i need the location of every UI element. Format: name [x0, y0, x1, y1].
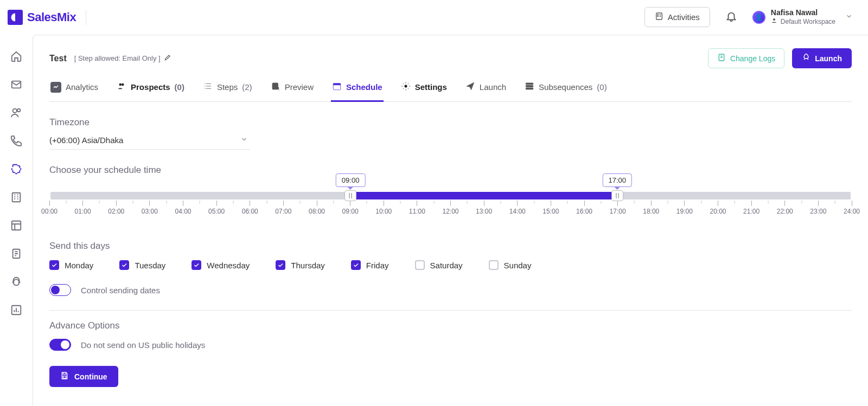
steps-icon	[203, 81, 213, 93]
days-row: MondayTuesdayWednesdayThursdayFridaySatu…	[49, 260, 852, 270]
day-sunday[interactable]: Sunday	[489, 260, 532, 270]
user-menu[interactable]: Nafisa Nawal Default Workspace	[752, 8, 857, 25]
activities-button[interactable]: Activities	[644, 7, 710, 27]
topbar: SalesMix Activities Nafisa Nawal Default…	[0, 0, 868, 35]
svg-point-14	[122, 83, 124, 86]
tick-label: 21:00	[743, 208, 760, 215]
brand-mark-icon	[8, 10, 23, 25]
tabs: Analytics Prospects (0) Steps (2) Previe…	[49, 78, 852, 102]
tick-label: 05:00	[208, 208, 225, 215]
tab-subsequences[interactable]: Subsequences (0)	[524, 78, 608, 102]
nav-companies[interactable]	[10, 191, 23, 204]
page-header: Test [ Step allowed: Email Only ] Change…	[49, 48, 852, 68]
day-monday[interactable]: Monday	[49, 260, 93, 270]
checkbox[interactable]	[49, 260, 59, 270]
day-wednesday[interactable]: Wednesday	[192, 260, 250, 270]
checkbox[interactable]	[415, 260, 425, 270]
slider-end-handle[interactable]	[611, 190, 623, 201]
timezone-select[interactable]: (+06:00) Asia/Dhaka	[49, 130, 250, 150]
tick-label: 07:00	[275, 208, 291, 215]
tick-label: 23:00	[810, 208, 826, 215]
slider-start-handle[interactable]	[344, 190, 356, 201]
checkbox[interactable]	[489, 260, 499, 270]
tab-schedule[interactable]: Schedule	[331, 78, 384, 102]
launch-button[interactable]: Launch	[792, 48, 852, 68]
svg-point-6	[17, 109, 21, 112]
slider-track[interactable]: 09:00 17:00	[50, 192, 851, 199]
tab-analytics[interactable]: Analytics	[49, 78, 99, 102]
control-dates-row: Control sending dates	[49, 284, 852, 296]
day-label: Friday	[366, 261, 389, 270]
day-label: Tuesday	[135, 261, 165, 270]
continue-button[interactable]: Continue	[49, 366, 118, 387]
advance-heading: Advance Options	[49, 320, 852, 331]
checkbox[interactable]	[119, 260, 129, 270]
nav-calls[interactable]	[10, 134, 23, 147]
control-dates-toggle[interactable]	[49, 284, 71, 296]
holiday-label: Do not send on US public holidays	[81, 340, 205, 350]
tick-label: 00:00	[41, 208, 58, 215]
tick-label: 16:00	[576, 208, 592, 215]
nav-home[interactable]	[10, 50, 23, 63]
tab-preview[interactable]: Preview	[270, 78, 315, 102]
tab-launch[interactable]: Launch	[464, 78, 507, 102]
chevron-down-icon	[240, 136, 248, 145]
workspace-icon	[771, 17, 777, 25]
slider-start-bubble: 09:00	[336, 173, 366, 187]
svg-rect-18	[333, 83, 341, 85]
day-label: Wednesday	[207, 261, 250, 270]
tick-label: 15:00	[542, 208, 559, 215]
checkbox[interactable]	[351, 260, 361, 270]
tick-label: 17:00	[610, 208, 626, 215]
svg-point-2	[658, 16, 658, 16]
gear-icon	[401, 81, 411, 93]
tick-label: 20:00	[710, 208, 726, 215]
tab-prospects[interactable]: Prospects (0)	[116, 78, 186, 102]
tab-steps[interactable]: Steps (2)	[202, 78, 253, 102]
main-panel: Test [ Step allowed: Email Only ] Change…	[33, 35, 868, 406]
notifications-bell[interactable]	[725, 10, 737, 24]
nav-notes[interactable]	[10, 247, 23, 260]
launch-label: Launch	[815, 54, 842, 63]
tick-label: 12:00	[442, 208, 458, 215]
change-logs-button[interactable]: Change Logs	[708, 48, 784, 68]
nav-support[interactable]	[10, 275, 23, 288]
checkbox[interactable]	[276, 260, 285, 270]
nav-people[interactable]	[10, 106, 23, 119]
workspace-name: Default Workspace	[781, 18, 835, 25]
preview-icon	[271, 81, 280, 93]
save-icon	[60, 371, 69, 382]
svg-rect-0	[656, 13, 662, 20]
day-label: Monday	[65, 261, 93, 270]
people-icon	[117, 81, 126, 93]
tick-label: 02:00	[108, 208, 124, 215]
divider	[49, 310, 852, 311]
calendar-icon	[332, 81, 342, 93]
day-label: Thursday	[291, 261, 325, 270]
svg-rect-8	[12, 221, 21, 230]
tick-label: 19:00	[676, 208, 693, 215]
holiday-row: Do not send on US public holidays	[49, 339, 852, 351]
tick-label: 14:00	[509, 208, 526, 215]
nav-campaigns[interactable]	[10, 163, 23, 176]
nav-mail[interactable]	[10, 78, 23, 91]
holiday-toggle[interactable]	[49, 339, 71, 351]
checkbox[interactable]	[192, 260, 201, 270]
day-friday[interactable]: Friday	[351, 260, 389, 270]
tab-settings[interactable]: Settings	[400, 78, 448, 102]
svg-point-13	[119, 83, 122, 86]
continue-label: Continue	[74, 372, 107, 381]
doc-icon	[717, 53, 726, 63]
days-label: Send this days	[49, 241, 852, 252]
day-saturday[interactable]: Saturday	[415, 260, 463, 270]
tick-label: 01:00	[75, 208, 91, 215]
slider-ticks: 00:0001:0002:0003:0004:0005:0006:0007:00…	[49, 201, 852, 222]
activities-label: Activities	[668, 12, 700, 22]
edit-title-button[interactable]	[164, 54, 171, 63]
day-thursday[interactable]: Thursday	[276, 260, 325, 270]
day-tuesday[interactable]: Tuesday	[119, 260, 165, 270]
timezone-label: Timezone	[49, 117, 852, 128]
brand-logo[interactable]: SalesMix	[4, 10, 76, 25]
nav-templates[interactable]	[10, 219, 23, 232]
nav-reports[interactable]	[10, 304, 23, 317]
